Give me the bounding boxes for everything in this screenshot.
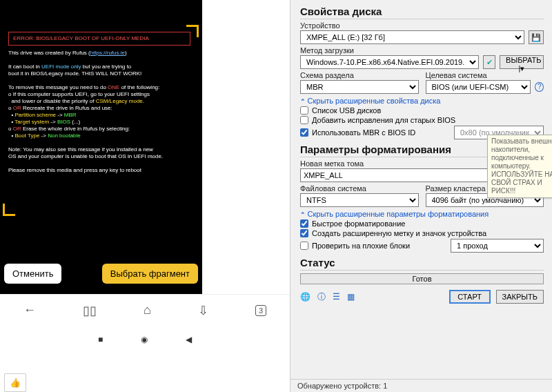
browser-toolbar: ← ▯▯ ⌂ ⇩ 3 bbox=[0, 294, 290, 326]
ext-label-label: Создать расширенную метку и значок устро… bbox=[312, 229, 486, 237]
cancel-button[interactable]: Отменить bbox=[4, 264, 61, 284]
back-icon[interactable]: ← bbox=[23, 303, 36, 317]
tabs-icon[interactable]: 3 bbox=[255, 305, 266, 316]
filesystem-label: Файловая система bbox=[300, 184, 419, 193]
filesystem-select[interactable]: NTFS bbox=[300, 193, 419, 207]
ext-label-checkbox[interactable] bbox=[300, 229, 308, 237]
usb-list-checkbox[interactable] bbox=[300, 106, 308, 115]
settings-icon[interactable]: ☰ bbox=[333, 292, 340, 302]
mbr-bios-id-label: Использовать MBR с BIOS ID bbox=[312, 128, 415, 137]
mbr-bios-id-checkbox[interactable] bbox=[300, 128, 308, 137]
download-icon[interactable]: ⇩ bbox=[198, 303, 208, 318]
bad-blocks-checkbox[interactable] bbox=[300, 242, 308, 250]
thumbs-up-button[interactable]: 👍 bbox=[4, 373, 26, 392]
target-label: Целевая система bbox=[426, 71, 544, 79]
choose-button[interactable]: ВЫБРАТЬ |▾ bbox=[500, 55, 544, 69]
statusbar: Обнаружено устройств: 1 bbox=[290, 379, 552, 392]
rufus-boot-error-terminal: ERROR: BIOS/LEGACY BOOT OF UEFI-ONLY MED… bbox=[3, 28, 196, 214]
log-icon[interactable]: ▦ bbox=[347, 292, 355, 302]
select-fragment-button[interactable]: Выбрать фрагмент bbox=[102, 264, 198, 284]
crop-corner-tr[interactable] bbox=[186, 25, 199, 37]
crop-corner-bl[interactable] bbox=[3, 204, 15, 216]
android-nav-bar: ■ ◉ ◀ bbox=[0, 326, 290, 353]
home-icon[interactable]: ⌂ bbox=[144, 303, 151, 317]
footer-icons: 🌐 ⓘ ☰ ▦ bbox=[300, 291, 355, 303]
left-pane: ERROR: BIOS/LEGACY BOOT OF UEFI-ONLY MED… bbox=[0, 0, 290, 392]
quick-format-label: Быстрое форматирование bbox=[312, 219, 405, 228]
devices-detected: Обнаружено устройств: 1 bbox=[297, 382, 387, 390]
save-icon[interactable]: 💾 bbox=[529, 30, 544, 44]
check-icon[interactable]: ✔ bbox=[483, 55, 495, 69]
start-button[interactable]: СТАРТ bbox=[449, 290, 491, 304]
home-button-icon[interactable]: ◉ bbox=[141, 335, 148, 344]
device-select[interactable]: XMPE_ALL (E:) [32 Гб] bbox=[300, 30, 524, 44]
toggle-advanced-format[interactable]: Скрыть расширенные параметры форматирова… bbox=[300, 210, 544, 218]
toggle-advanced-drive[interactable]: Скрыть расширенные свойства диска bbox=[300, 97, 544, 105]
drive-properties-heading: Свойства диска bbox=[300, 6, 544, 19]
help-icon[interactable]: ? bbox=[535, 82, 544, 92]
bad-blocks-label: Проверить на плохие блоки bbox=[312, 242, 410, 250]
thumb-area: 👍 bbox=[0, 373, 290, 392]
back-nav-icon[interactable]: ◀ bbox=[186, 335, 192, 344]
rufus-window: Свойства диска Устройство XMPE_ALL (E:) … bbox=[290, 0, 552, 392]
book-icon[interactable]: ▯▯ bbox=[83, 303, 97, 318]
status-heading: Статус bbox=[300, 257, 544, 271]
boot-method-label: Метод загрузки bbox=[300, 46, 544, 55]
usb-list-label: Список USB дисков bbox=[312, 106, 381, 115]
device-label: Устройство bbox=[300, 21, 544, 30]
recents-icon[interactable]: ■ bbox=[98, 335, 103, 344]
info-icon[interactable]: ⓘ bbox=[317, 291, 326, 303]
target-system-select[interactable]: BIOS (или UEFI-CSM) bbox=[426, 80, 531, 94]
crop-button-row: Отменить Выбрать фрагмент bbox=[0, 264, 202, 284]
passes-select[interactable]: 1 проход bbox=[451, 239, 544, 253]
tooltip-external-drives: Показывать внешние накопители, подключен… bbox=[487, 135, 552, 198]
photo-area: ERROR: BIOS/LEGACY BOOT OF UEFI-ONLY MED… bbox=[0, 0, 202, 294]
quick-format-checkbox[interactable] bbox=[300, 219, 308, 228]
status-bar-progress: Готов bbox=[300, 273, 544, 284]
partition-scheme-select[interactable]: MBR bbox=[300, 80, 419, 94]
error-banner: ERROR: BIOS/LEGACY BOOT OF UEFI-ONLY MED… bbox=[8, 32, 190, 46]
boot-method-select[interactable]: Windows.7-10.PE.x86.x64.Native.EFI.09.20… bbox=[300, 55, 479, 69]
globe-icon[interactable]: 🌐 bbox=[300, 292, 310, 302]
scheme-label: Схема раздела bbox=[300, 71, 419, 79]
close-button[interactable]: ЗАКРЫТЬ bbox=[496, 290, 544, 304]
old-bios-checkbox[interactable] bbox=[300, 116, 308, 124]
old-bios-label: Добавить исправления для старых BIOS bbox=[312, 116, 455, 124]
